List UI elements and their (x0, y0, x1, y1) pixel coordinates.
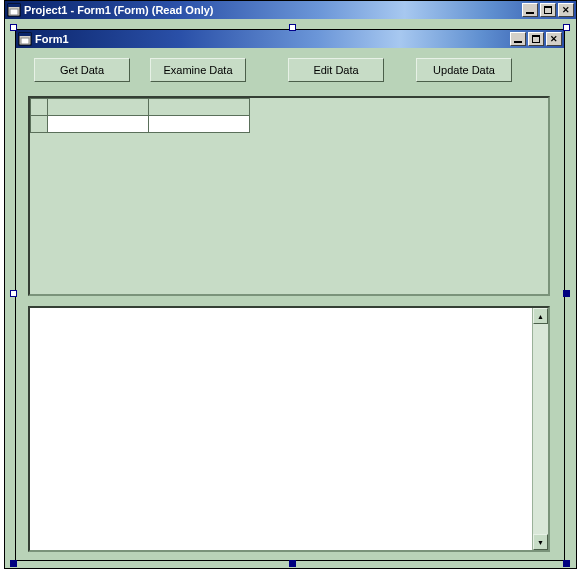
form-design-surface[interactable]: Get Data Examine Data Edit Data Update D… (16, 48, 564, 560)
output-textbox[interactable] (28, 306, 550, 552)
grid-cell[interactable] (149, 99, 250, 116)
resize-handle-w[interactable] (10, 290, 17, 297)
grid-cell[interactable] (48, 116, 149, 133)
designer-titlebar[interactable]: Project1 - Form1 (Form) (Read Only) (5, 1, 576, 19)
svg-rect-4 (19, 33, 31, 36)
examine-data-button[interactable]: Examine Data (150, 58, 246, 82)
grid-table (30, 98, 250, 133)
form-icon (18, 32, 32, 46)
vertical-scrollbar[interactable] (532, 308, 548, 550)
minimize-button[interactable] (522, 3, 538, 17)
designer-window-buttons (520, 3, 574, 17)
grid-cell[interactable] (31, 116, 48, 133)
resize-handle-ne[interactable] (563, 24, 570, 31)
form-titlebar[interactable]: Form1 (16, 30, 564, 48)
edit-data-button[interactable]: Edit Data (288, 58, 384, 82)
resize-handle-e[interactable] (563, 290, 570, 297)
designer-title: Project1 - Form1 (Form) (Read Only) (24, 4, 520, 16)
maximize-button[interactable] (540, 3, 556, 17)
data-grid[interactable] (28, 96, 550, 296)
form-title: Form1 (35, 33, 508, 45)
grid-header-row (31, 99, 250, 116)
form-maximize-button[interactable] (528, 32, 544, 46)
update-data-button[interactable]: Update Data (416, 58, 512, 82)
resize-handle-s[interactable] (289, 560, 296, 567)
resize-handle-n[interactable] (289, 24, 296, 31)
grid-cell[interactable] (31, 99, 48, 116)
get-data-button[interactable]: Get Data (34, 58, 130, 82)
grid-cell[interactable] (149, 116, 250, 133)
form-close-button[interactable] (546, 32, 562, 46)
grid-row (31, 116, 250, 133)
svg-rect-2 (10, 9, 18, 15)
form-minimize-button[interactable] (510, 32, 526, 46)
form-window[interactable]: Form1 Get Data Examine Data Edit Data Up… (15, 29, 565, 561)
scroll-down-button[interactable] (533, 534, 548, 550)
resize-handle-sw[interactable] (10, 560, 17, 567)
svg-rect-1 (8, 4, 20, 7)
designer-window: Project1 - Form1 (Form) (Read Only) Form… (4, 0, 577, 569)
close-button[interactable] (558, 3, 574, 17)
scroll-up-button[interactable] (533, 308, 548, 324)
form-window-buttons (508, 32, 562, 46)
svg-rect-5 (21, 38, 29, 44)
form-icon (7, 3, 21, 17)
resize-handle-se[interactable] (563, 560, 570, 567)
resize-handle-nw[interactable] (10, 24, 17, 31)
grid-cell[interactable] (48, 99, 149, 116)
